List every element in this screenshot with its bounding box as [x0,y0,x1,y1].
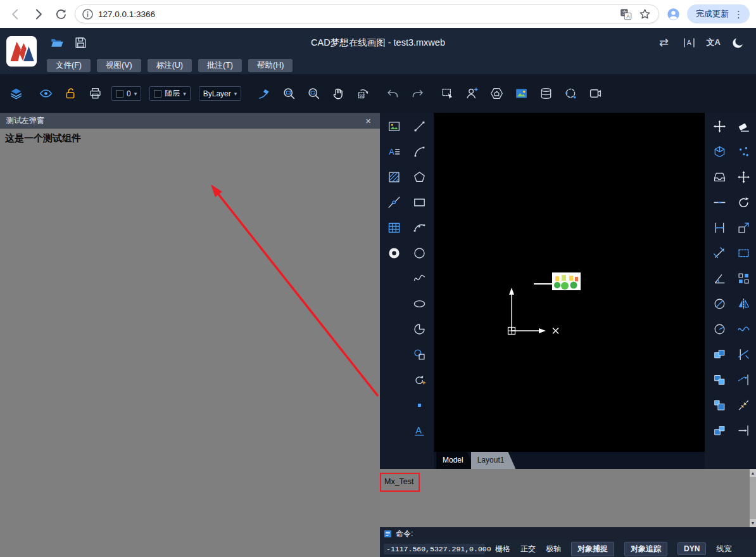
menu-file[interactable]: 文件(F) [47,59,91,72]
circle-icon[interactable] [408,240,430,266]
stretch-icon[interactable] [733,240,755,266]
scroll-down-button[interactable]: ▼ [750,519,756,527]
trim-icon[interactable] [733,342,755,367]
scroll-up-button[interactable]: ▲ [750,469,756,477]
language-icon[interactable]: 文A [705,33,722,52]
donut-icon[interactable] [383,240,405,266]
erase-icon[interactable] [733,113,755,139]
rotate-icon[interactable] [733,189,755,215]
find-text-icon[interactable]: A [680,33,699,52]
chrome-update-button[interactable]: 完成更新 ⋮ [687,4,750,23]
panel-close-button[interactable]: × [363,115,374,126]
dim-aligned-icon[interactable] [709,240,730,266]
toggle-lineweight[interactable]: 线宽 [716,544,731,554]
shape-select-icon[interactable] [562,86,579,102]
move-ucs-icon[interactable] [709,113,730,139]
pan-hand-icon[interactable] [330,86,346,102]
point-icon[interactable] [408,392,430,418]
layers-icon[interactable] [8,86,24,102]
tray-icon[interactable] [709,164,730,189]
align-icon[interactable] [733,418,755,443]
copy-d-icon[interactable] [709,418,730,443]
rectangle-icon[interactable] [408,189,430,215]
toggle-polar[interactable]: 极轴 [546,544,561,554]
select-object-icon[interactable] [439,86,455,102]
menu-annotation[interactable]: 批注(T) [198,59,242,72]
polygon-icon[interactable] [408,164,430,189]
address-bar[interactable]: 127.0.0.1:3366 文A [75,4,659,23]
inserted-image[interactable] [552,272,581,290]
toggle-otrack[interactable]: 对象追踪 [624,542,667,556]
copy-b-icon[interactable] [709,367,730,392]
linetype-select[interactable]: ByLayer ▾ [199,86,242,101]
layer-select[interactable]: 0 ▾ [111,86,141,101]
block-library-icon[interactable] [538,86,554,102]
table-icon[interactable] [383,215,405,240]
line-icon[interactable] [408,113,430,139]
dim-linear-icon[interactable] [709,215,730,240]
extend-icon[interactable] [733,367,755,392]
profile-avatar[interactable] [664,5,682,23]
point-style-icon[interactable] [733,139,755,164]
box-3d-icon[interactable] [709,139,730,164]
move-icon[interactable] [733,164,755,189]
bookmark-star-icon[interactable] [636,5,653,23]
hatch-icon[interactable] [383,164,405,189]
dark-mode-icon[interactable] [728,33,747,52]
ellipse-icon[interactable] [408,291,430,316]
menu-help[interactable]: 帮助(H) [248,59,293,72]
copy-a-icon[interactable] [709,342,730,367]
translate-icon[interactable]: 文A [617,5,634,23]
menu-dimension[interactable]: 标注(U) [148,59,192,72]
insert-image-icon[interactable] [383,113,405,139]
url-text[interactable]: 127.0.0.1:3366 [98,10,613,19]
user-search-icon[interactable] [463,86,480,102]
rotate-90-icon[interactable]: 90 [355,86,371,102]
redo-icon[interactable] [409,86,425,102]
undo-icon[interactable] [384,86,401,102]
toggle-grid[interactable]: 栅格 [495,544,510,554]
pie-icon[interactable] [408,316,430,342]
toggle-ortho[interactable]: 正交 [520,544,536,554]
site-info-icon[interactable] [80,7,94,21]
history-scrollbar[interactable]: ▲ ▼ [750,469,756,527]
browser-menu-icon[interactable]: ⋮ [733,10,745,19]
scrollbar-track[interactable] [750,477,756,519]
plot-home-icon[interactable] [488,86,505,102]
break-icon[interactable] [709,189,730,215]
spline-icon[interactable] [408,266,430,291]
dim-angular-icon[interactable] [709,266,730,291]
construction-line-icon[interactable] [383,189,405,215]
mirror-icon[interactable] [733,291,755,316]
drawing-canvas[interactable] [434,113,705,452]
arc-icon[interactable] [408,139,430,164]
scale-icon[interactable] [733,215,755,240]
layer-lock-icon[interactable] [62,86,79,102]
arc-point-icon[interactable] [408,215,430,240]
lineweight-pen-icon[interactable] [256,86,272,102]
back-icon[interactable] [6,5,24,23]
block-icon[interactable] [408,342,430,367]
command-input[interactable]: 命令: [380,527,756,541]
layer-plot-icon[interactable] [87,86,103,102]
tab-layout1[interactable]: Layout1 [471,452,516,469]
menu-view[interactable]: 视图(V) [97,59,141,72]
zoom-extents-icon[interactable] [305,86,322,102]
spline-edit-icon[interactable] [733,316,755,342]
sync-swap-icon[interactable]: ⇄ [655,33,674,52]
toggle-dyn[interactable]: DYN [677,542,706,555]
text-style-icon[interactable]: A [383,139,405,164]
dim-radius-icon[interactable] [709,316,730,342]
array-icon[interactable] [733,266,755,291]
rotate-block-icon[interactable] [408,367,430,392]
toggle-osnap[interactable]: 对象捕捉 [571,542,614,556]
save-file-icon[interactable]: web [71,33,90,52]
open-file-icon[interactable] [47,33,66,52]
dim-diameter-icon[interactable] [709,291,730,316]
command-history[interactable]: Mx_Test ▲ ▼ [380,469,756,527]
refresh-icon[interactable] [52,5,70,23]
view-record-icon[interactable] [587,86,603,102]
text-icon[interactable]: A [408,418,430,443]
forward-icon[interactable] [29,5,47,23]
copy-c-icon[interactable] [709,392,730,418]
